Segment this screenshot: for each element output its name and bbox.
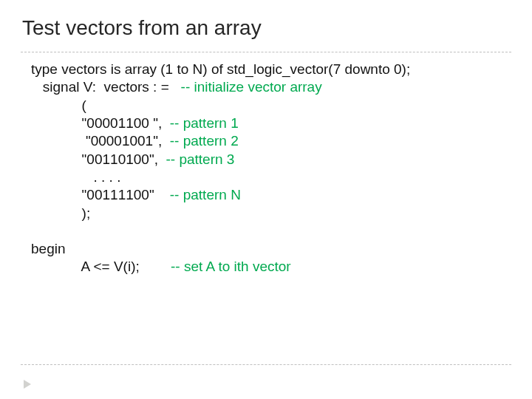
- code-comment-init: -- initialize vector array: [181, 79, 322, 95]
- code-pattern-n: "00111100": [31, 187, 170, 202]
- code-pattern-3: "00110100",: [31, 151, 166, 167]
- code-pattern-2: "00001001",: [31, 133, 170, 149]
- code-comment-assign: -- set A to ith vector: [171, 259, 291, 274]
- code-pattern-1: "00001100 ",: [31, 115, 170, 131]
- code-dots: . . . .: [31, 169, 120, 185]
- title-divider: [21, 52, 511, 52]
- code-signal-prefix: signal V: vectors : =: [31, 79, 181, 95]
- code-type-decl: type vectors is array (1 to N) of std_lo…: [31, 61, 410, 77]
- code-comment-p3: -- pattern 3: [166, 151, 235, 167]
- code-comment-p1: -- pattern 1: [170, 115, 239, 131]
- code-begin: begin: [31, 241, 66, 256]
- code-block: type vectors is array (1 to N) of std_lo…: [31, 61, 502, 276]
- code-open-paren: (: [31, 98, 86, 113]
- code-comment-p2: -- pattern 2: [170, 133, 239, 149]
- slide-title: Test vectors from an array: [22, 16, 262, 40]
- code-close-paren: );: [31, 205, 90, 221]
- slide-marker-icon: [24, 380, 31, 389]
- code-comment-pn: -- pattern N: [170, 187, 241, 202]
- slide: Test vectors from an array type vectors …: [0, 0, 532, 399]
- code-assign: A <= V(i);: [31, 259, 171, 274]
- footer-divider: [21, 364, 511, 365]
